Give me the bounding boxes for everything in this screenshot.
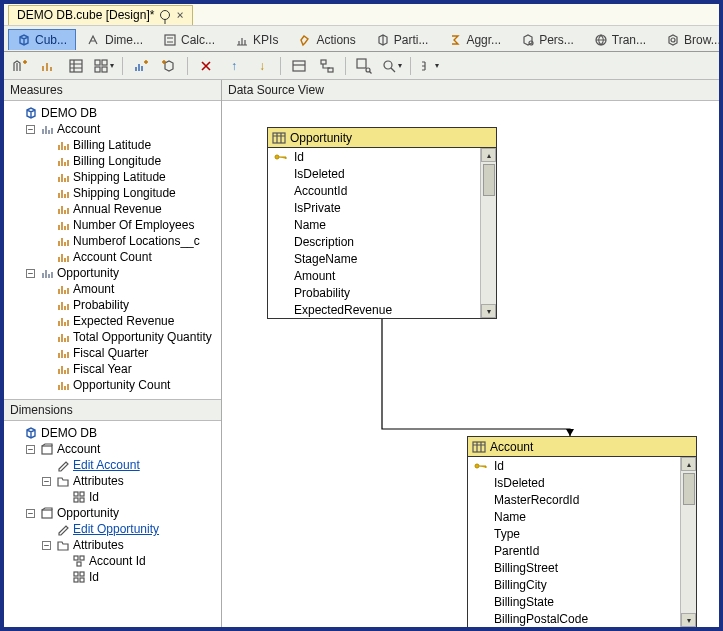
tree-root[interactable]: DEMO DB: [10, 425, 219, 441]
table-opportunity[interactable]: Opportunity IdIsDeletedAccountIdIsPrivat…: [267, 127, 497, 319]
pin-icon[interactable]: [160, 10, 170, 20]
tool-table-view[interactable]: [289, 56, 309, 76]
collapse-toggle[interactable]: −: [26, 509, 35, 518]
table-column[interactable]: BillingCity: [468, 576, 696, 593]
table-header[interactable]: Opportunity: [268, 128, 496, 148]
scroll-thumb[interactable]: [483, 164, 495, 196]
measure-item[interactable]: Amount: [42, 281, 219, 297]
measure-item[interactable]: Fiscal Quarter: [42, 345, 219, 361]
measure-item[interactable]: Probability: [42, 297, 219, 313]
measure-item[interactable]: Opportunity Count: [42, 377, 219, 393]
dimension-node[interactable]: −Opportunity: [26, 505, 219, 521]
table-column[interactable]: Name: [268, 216, 496, 233]
attribute-item[interactable]: Id: [58, 569, 219, 585]
measure-item[interactable]: Fiscal Year: [42, 361, 219, 377]
table-column[interactable]: Id: [468, 457, 696, 474]
collapse-toggle[interactable]: −: [42, 477, 51, 486]
table-column[interactable]: BillingStreet: [468, 559, 696, 576]
tool-grid-dropdown[interactable]: [94, 56, 114, 76]
table-column[interactable]: StageName: [268, 250, 496, 267]
scroll-thumb[interactable]: [683, 473, 695, 505]
measure-item[interactable]: Shipping Longitude: [42, 185, 219, 201]
edit-dimension-link[interactable]: Edit Opportunity: [42, 521, 219, 537]
tool-new-dimension[interactable]: [159, 56, 179, 76]
tab-translations[interactable]: Tran...: [585, 29, 655, 50]
measure-item[interactable]: Annual Revenue: [42, 201, 219, 217]
measure-group[interactable]: −Account: [26, 121, 219, 137]
measure-item[interactable]: Billing Latitude: [42, 137, 219, 153]
dsv-canvas[interactable]: Opportunity IdIsDeletedAccountIdIsPrivat…: [222, 101, 719, 627]
table-column[interactable]: Amount: [268, 267, 496, 284]
table-column[interactable]: Id: [268, 148, 496, 165]
table-column[interactable]: MasterRecordId: [468, 491, 696, 508]
attributes-node[interactable]: −Attributes: [42, 537, 219, 553]
tool-move-down[interactable]: ↓: [252, 56, 272, 76]
tool-process[interactable]: [66, 56, 86, 76]
svg-rect-17: [80, 492, 84, 496]
tab-dimensions[interactable]: Dime...: [78, 29, 152, 50]
measure-item[interactable]: Billing Longitude: [42, 153, 219, 169]
edit-dimension-link[interactable]: Edit Account: [42, 457, 219, 473]
table-column[interactable]: BillingState: [468, 593, 696, 610]
tool-move-up[interactable]: ↑: [224, 56, 244, 76]
measure-item[interactable]: Account Count: [42, 249, 219, 265]
column-name: Type: [494, 527, 520, 541]
tool-tree-dropdown[interactable]: [419, 56, 439, 76]
document-tab[interactable]: DEMO DB.cube [Design]* ×: [8, 5, 193, 25]
tool-find-table[interactable]: [354, 56, 374, 76]
measure-group[interactable]: −Opportunity: [26, 265, 219, 281]
column-name: ParentId: [494, 544, 539, 558]
table-column[interactable]: IsPrivate: [268, 199, 496, 216]
scroll-up-button[interactable]: ▴: [481, 148, 496, 162]
attribute-item[interactable]: Id: [58, 489, 219, 505]
table-column[interactable]: IsDeleted: [268, 165, 496, 182]
table-column[interactable]: ExpectedRevenue: [268, 301, 496, 318]
tool-zoom-dropdown[interactable]: [382, 56, 402, 76]
scroll-up-button[interactable]: ▴: [681, 457, 696, 471]
svg-point-32: [475, 464, 479, 468]
tool-diagram-view[interactable]: [317, 56, 337, 76]
tab-cube[interactable]: Cub...: [8, 29, 76, 50]
table-column[interactable]: AccountId: [268, 182, 496, 199]
tool-delete[interactable]: [196, 56, 216, 76]
tab-actions[interactable]: Actions: [289, 29, 364, 50]
scroll-down-button[interactable]: ▾: [481, 304, 496, 318]
tab-calculations[interactable]: Calc...: [154, 29, 224, 50]
measure-item[interactable]: Number Of Employees: [42, 217, 219, 233]
table-column[interactable]: Probability: [268, 284, 496, 301]
table-column[interactable]: ParentId: [468, 542, 696, 559]
measure-item[interactable]: Shipping Latitude: [42, 169, 219, 185]
tab-partitions[interactable]: Parti...: [367, 29, 438, 50]
table-column[interactable]: Name: [468, 508, 696, 525]
tab-browser[interactable]: Brow...: [657, 29, 723, 50]
tree-root[interactable]: DEMO DB: [10, 105, 219, 121]
table-column[interactable]: BillingPostalCode: [468, 610, 696, 627]
table-account[interactable]: Account IdIsDeletedMasterRecordIdNameTyp…: [467, 436, 697, 627]
scroll-down-button[interactable]: ▾: [681, 613, 696, 627]
tool-new-measure[interactable]: [131, 56, 151, 76]
tab-aggregations[interactable]: Aggr...: [439, 29, 510, 50]
collapse-toggle[interactable]: −: [26, 269, 35, 278]
measure-item[interactable]: Expected Revenue: [42, 313, 219, 329]
edit-link-label[interactable]: Edit Opportunity: [73, 521, 159, 537]
close-document-button[interactable]: ×: [176, 8, 183, 22]
table-column[interactable]: Type: [468, 525, 696, 542]
measure-item[interactable]: Numberof Locations__c: [42, 233, 219, 249]
measure-item[interactable]: Total Opportunity Quantity: [42, 329, 219, 345]
dimension-node[interactable]: −Account: [26, 441, 219, 457]
collapse-toggle[interactable]: −: [42, 541, 51, 550]
collapse-toggle[interactable]: −: [26, 445, 35, 454]
tool-add-bi[interactable]: [10, 56, 30, 76]
table-column[interactable]: IsDeleted: [468, 474, 696, 491]
edit-link-label[interactable]: Edit Account: [73, 457, 140, 473]
table-column[interactable]: Description: [268, 233, 496, 250]
scrollbar[interactable]: ▴ ▾: [480, 148, 496, 318]
collapse-toggle[interactable]: −: [26, 125, 35, 134]
scrollbar[interactable]: ▴ ▾: [680, 457, 696, 627]
attribute-item[interactable]: Account Id: [58, 553, 219, 569]
tab-kpis[interactable]: KPIs: [226, 29, 287, 50]
tab-perspectives[interactable]: Pers...: [512, 29, 583, 50]
tool-chart[interactable]: [38, 56, 58, 76]
attributes-node[interactable]: −Attributes: [42, 473, 219, 489]
table-header[interactable]: Account: [468, 437, 696, 457]
